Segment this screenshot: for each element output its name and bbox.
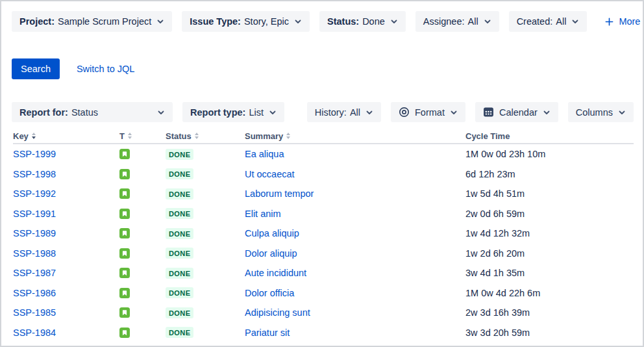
story-icon xyxy=(119,307,130,318)
key-cell: SSP-1987 xyxy=(13,268,119,278)
issue-key-link[interactable]: SSP-1987 xyxy=(13,268,56,278)
status-badge: DONE xyxy=(166,307,193,318)
report-for-dropdown[interactable]: Report for: Status xyxy=(12,102,173,122)
issue-summary-link[interactable]: Ea aliqua xyxy=(245,149,284,159)
filter-chip[interactable]: Issue Type: Story, Epic xyxy=(182,11,310,32)
status-cell: DONE xyxy=(166,268,245,279)
filter-chip[interactable]: Assignee: All xyxy=(415,11,499,32)
filter-chip-value: Sample Scrum Project xyxy=(58,16,151,27)
cycle-time-value: 1w 5d 4h 51m xyxy=(465,188,634,199)
filter-chips-container: Project: Sample Scrum Project Issue Type… xyxy=(12,11,597,32)
status-badge: DONE xyxy=(166,149,193,160)
chevron-down-icon xyxy=(156,18,164,25)
column-header-label: Summary xyxy=(245,131,283,141)
table-row: SSP-1989 DONE Culpa aliquip 1w 4d 12h 32… xyxy=(13,224,634,244)
table-row: SSP-1992 DONE Laborum tempor 1w 5d 4h 51… xyxy=(13,184,634,204)
table-row: SSP-1986 DONE Dolor officia 1M 0w 4d 22h… xyxy=(13,283,634,303)
status-badge: DONE xyxy=(166,287,193,298)
switch-to-jql-link[interactable]: Switch to JQL xyxy=(77,64,134,74)
more-filters-button[interactable]: More xyxy=(604,16,640,27)
sort-icon xyxy=(32,133,36,139)
type-cell xyxy=(119,268,166,278)
status-badge: DONE xyxy=(166,248,193,259)
issue-key-link[interactable]: SSP-1985 xyxy=(13,307,56,318)
report-for-label: Report for: xyxy=(19,107,68,118)
status-badge: DONE xyxy=(166,208,193,219)
filter-chip[interactable]: Created: All xyxy=(509,11,588,32)
issue-key-link[interactable]: SSP-1998 xyxy=(13,169,56,179)
story-icon xyxy=(119,188,130,199)
issue-key-link[interactable]: SSP-1984 xyxy=(13,328,56,338)
story-icon xyxy=(119,248,130,259)
issue-summary-link[interactable]: Adipisicing sunt xyxy=(245,307,310,318)
column-header-status[interactable]: Status xyxy=(166,131,245,141)
table-body: SSP-1999 DONE Ea aliqua 1M 0w 0d 23h 10m… xyxy=(13,144,634,342)
issue-key-link[interactable]: SSP-1999 xyxy=(13,149,56,159)
issue-summary-link[interactable]: Dolor aliquip xyxy=(245,248,297,259)
chevron-down-icon xyxy=(294,18,302,25)
issue-key-link[interactable]: SSP-1988 xyxy=(13,248,56,259)
table-header-row: Key T Status Summary Cycle Time xyxy=(13,129,634,144)
chevron-down-icon xyxy=(484,18,491,25)
filter-chip[interactable]: Status: Done xyxy=(319,11,406,32)
type-cell xyxy=(119,149,166,159)
filter-chip-label: Status: xyxy=(327,16,359,27)
cycle-time-value: 1w 2d 6h 20m xyxy=(465,248,634,259)
story-icon xyxy=(119,149,130,159)
issue-summary-link[interactable]: Laborum tempor xyxy=(245,188,314,199)
sort-icon xyxy=(286,133,290,139)
table-row: SSP-1998 DONE Ut occaecat 6d 12h 23m xyxy=(13,164,634,185)
format-label: Format xyxy=(415,107,445,118)
table-row: SSP-1999 DONE Ea aliqua 1M 0w 0d 23h 10m xyxy=(13,144,634,164)
calendar-dropdown[interactable]: Calendar xyxy=(475,102,558,122)
status-cell: DONE xyxy=(166,208,245,219)
column-header-summary[interactable]: Summary xyxy=(245,131,465,141)
column-header-label: Status xyxy=(166,131,192,141)
history-dropdown[interactable]: History: All xyxy=(307,102,381,122)
chevron-down-icon xyxy=(571,18,579,25)
eye-icon xyxy=(399,107,410,118)
summary-cell: Elit anim xyxy=(245,209,465,219)
format-dropdown[interactable]: Format xyxy=(391,102,465,122)
issue-summary-link[interactable]: Elit anim xyxy=(245,209,281,219)
chevron-down-icon xyxy=(365,109,373,116)
summary-cell: Culpa aliquip xyxy=(245,228,465,238)
chevron-down-icon xyxy=(269,109,277,116)
cycle-time-value: 2w 0d 6h 59m xyxy=(465,209,634,219)
issue-key-link[interactable]: SSP-1989 xyxy=(13,228,56,238)
issue-summary-link[interactable]: Pariatur sit xyxy=(245,328,290,338)
columns-dropdown[interactable]: Columns xyxy=(568,102,634,122)
chevron-down-icon xyxy=(390,18,398,25)
issue-key-link[interactable]: SSP-1986 xyxy=(13,288,56,298)
key-cell: SSP-1985 xyxy=(13,307,119,318)
chevron-down-icon xyxy=(618,109,626,116)
issue-key-link[interactable]: SSP-1992 xyxy=(13,188,56,199)
report-type-dropdown[interactable]: Report type: List xyxy=(182,102,284,122)
column-header-key[interactable]: Key xyxy=(13,131,119,141)
type-cell xyxy=(119,307,166,318)
story-icon xyxy=(119,288,130,298)
column-header-type[interactable]: T xyxy=(119,131,166,141)
search-button[interactable]: Search xyxy=(12,58,60,79)
column-header-label: T xyxy=(119,131,125,141)
story-icon xyxy=(119,209,130,219)
status-cell: DONE xyxy=(166,248,245,259)
history-value: All xyxy=(350,107,360,118)
issue-summary-link[interactable]: Ut occaecat xyxy=(245,169,295,179)
issue-summary-link[interactable]: Dolor officia xyxy=(245,288,294,298)
issue-summary-link[interactable]: Culpa aliquip xyxy=(245,228,299,238)
issue-key-link[interactable]: SSP-1991 xyxy=(13,209,56,219)
cycle-time-value: 3w 3d 20h 59m xyxy=(465,328,634,338)
status-cell: DONE xyxy=(166,149,245,160)
cycle-time-value: 1w 4d 12h 32m xyxy=(465,228,634,238)
issue-summary-link[interactable]: Aute incididunt xyxy=(245,268,306,278)
filter-chip[interactable]: Project: Sample Scrum Project xyxy=(12,11,172,32)
column-header-cycle-time: Cycle Time xyxy=(465,131,634,141)
key-cell: SSP-1991 xyxy=(13,209,119,219)
type-cell xyxy=(119,288,166,298)
cycle-time-value: 6d 12h 23m xyxy=(465,169,634,179)
story-icon xyxy=(119,228,130,238)
filter-chip-label: Assignee: xyxy=(423,16,465,27)
key-cell: SSP-1986 xyxy=(13,288,119,298)
story-icon xyxy=(119,328,130,338)
